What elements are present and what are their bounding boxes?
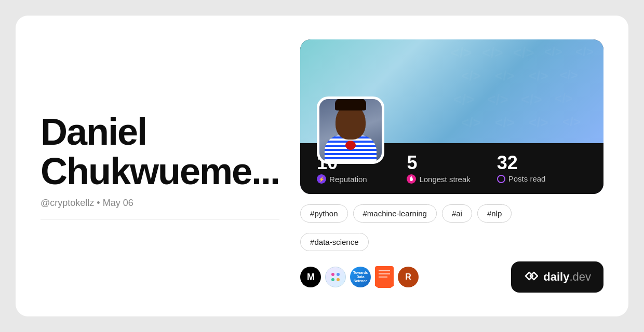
footer-row: M TowardsDataScience (300, 261, 603, 293)
pattern-icon: </> (461, 115, 481, 131)
daily-dev-text: daily.dev (543, 270, 591, 284)
ml-svg (329, 271, 342, 283)
separator: • (97, 198, 102, 208)
reputation-label: ⚡ Reputation (317, 174, 407, 184)
divider (41, 219, 279, 219)
pattern-icon: </> (487, 91, 508, 108)
svg-point-0 (331, 273, 334, 276)
tag-nlp[interactable]: #nlp (477, 204, 512, 223)
pattern-icon: </> (513, 45, 534, 61)
dev-suffix: .dev (569, 270, 591, 283)
stat-posts-read: 32 Posts read (497, 154, 587, 184)
daily-dev-icon (524, 269, 538, 285)
left-section: Daniel Chukwueme... @cryptokellz • May 0… (41, 113, 300, 219)
tags-container-row2: #data-science (300, 233, 603, 251)
posts-read-text: Posts read (508, 174, 546, 183)
reputation-text: Reputation (329, 175, 367, 184)
pattern-icon: </> (544, 45, 562, 59)
pattern-icon: </> (560, 68, 578, 82)
posts-read-label: Posts read (497, 174, 587, 183)
right-section: </> </> </> </> </> </> </> </> </> </> … (300, 39, 603, 293)
stat-streak: 5 Longest streak (407, 154, 497, 184)
avatar-image (319, 99, 382, 161)
pattern-icon: </> (495, 115, 515, 131)
daily-text: daily (543, 270, 569, 283)
pub-rust-icon: R (398, 267, 419, 287)
pub-tds-icon: TowardsDataScience (350, 267, 371, 287)
pattern-icon: </> (529, 68, 548, 84)
daily-dev-logo: daily.dev (511, 261, 603, 293)
profile-banner-card: </> </> </> </> </> </> </> </> </> </> … (300, 39, 603, 194)
pattern-icon: </> (555, 91, 573, 106)
streak-value: 5 (407, 154, 497, 172)
user-handle: @cryptokellz (41, 198, 94, 208)
pattern-icon: </> (521, 91, 542, 108)
pattern-icon: </> (482, 45, 503, 61)
user-meta: @cryptokellz • May 06 (41, 198, 279, 209)
profile-card: Daniel Chukwueme... @cryptokellz • May 0… (16, 16, 628, 316)
profile-banner: </> </> </> </> </> </> </> </> </> </> … (300, 39, 603, 143)
posts-icon (497, 175, 505, 183)
pattern-icon: </> (451, 45, 472, 61)
svg-point-2 (331, 278, 334, 281)
publication-icons: M TowardsDataScience (300, 266, 419, 288)
pub-medium-icon: M (300, 267, 321, 287)
avatar (317, 96, 384, 164)
streak-icon (407, 174, 416, 184)
tag-data-science[interactable]: #data-science (300, 233, 368, 251)
user-name: Daniel Chukwueme... (41, 113, 279, 191)
posts-read-value: 32 (497, 154, 587, 172)
pattern-icon: </> (461, 68, 481, 84)
pattern-icon: </> (529, 115, 548, 131)
pattern-icon: </> (562, 115, 581, 129)
tag-machine-learning[interactable]: #machine-learning (353, 204, 437, 223)
pattern-icon: </> (495, 68, 515, 84)
svg-point-3 (337, 278, 340, 281)
pub-bookmark-icon (375, 266, 394, 288)
lightning-icon: ⚡ (317, 174, 326, 184)
svg-point-1 (337, 273, 340, 276)
pattern-icon: </> (453, 91, 474, 108)
streak-label: Longest streak (407, 174, 497, 184)
tag-ai[interactable]: #ai (442, 204, 472, 223)
pub-ml-icon (325, 267, 346, 287)
tag-python[interactable]: #python (300, 204, 347, 223)
join-date: May 06 (103, 198, 133, 208)
streak-text: Longest streak (419, 175, 470, 184)
tags-container: #python #machine-learning #ai #nlp (300, 204, 603, 223)
pattern-icon: </> (575, 45, 594, 59)
